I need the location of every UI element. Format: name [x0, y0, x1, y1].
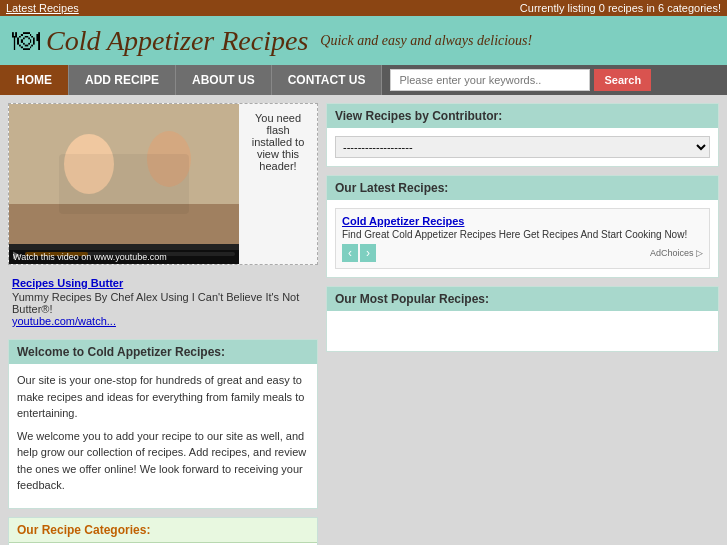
- site-header: 🍽 Cold Appetizer Recipes Quick and easy …: [0, 16, 727, 65]
- ad-title[interactable]: Cold Appetizer Recipes: [342, 215, 703, 227]
- contributor-select[interactable]: -------------------: [335, 136, 710, 158]
- nav-item-home[interactable]: HOME: [0, 65, 69, 95]
- video-info: Recipes Using Butter Yummy Recipes By Ch…: [8, 273, 318, 331]
- latest-recipes-body: Cold Appetizer Recipes Find Great Cold A…: [327, 200, 718, 277]
- search-bar: Search: [390, 69, 651, 91]
- status-text: Currently listing 0 recipes in 6 categor…: [520, 2, 721, 14]
- welcome-para1: Our site is your one-stop for hundreds o…: [17, 372, 309, 422]
- search-button[interactable]: Search: [594, 69, 651, 91]
- welcome-title: Welcome to Cold Appetizer Recipes:: [17, 345, 225, 359]
- categories-header: Our Recipe Categories:: [9, 518, 317, 543]
- ad-nav-buttons: ‹ ›: [342, 244, 376, 262]
- welcome-header: Welcome to Cold Appetizer Recipes:: [9, 340, 317, 364]
- video-box: Watch this video on www.youtube.com ▶ Yo…: [8, 103, 318, 265]
- welcome-para2: We welcome you to add your recipe to our…: [17, 428, 309, 494]
- video-thumbnail: Watch this video on www.youtube.com ▶: [9, 104, 239, 264]
- contributor-body: -------------------: [327, 128, 718, 166]
- video-image: [9, 104, 239, 244]
- site-logo: 🍽 Cold Appetizer Recipes Quick and easy …: [12, 24, 532, 57]
- nav-item-add-recipe[interactable]: ADD RECIPE: [69, 65, 176, 95]
- main-nav: HOME ADD RECIPE ABOUT US CONTACT US Sear…: [0, 65, 727, 95]
- video-overlay-text: Watch this video on www.youtube.com: [9, 250, 239, 264]
- site-tagline: Quick and easy and always delicious!: [320, 33, 532, 49]
- nav-item-about-us[interactable]: ABOUT US: [176, 65, 272, 95]
- ad-choices[interactable]: AdChoices ▷: [650, 248, 703, 258]
- site-title: Cold Appetizer Recipes: [46, 25, 308, 57]
- video-link[interactable]: youtube.com/watch...: [12, 315, 314, 327]
- main-content: Watch this video on www.youtube.com ▶ Yo…: [0, 95, 727, 545]
- ad-box: Cold Appetizer Recipes Find Great Cold A…: [335, 208, 710, 269]
- popular-recipes-box: Our Most Popular Recipes:: [326, 286, 719, 352]
- contributor-header: View Recipes by Contributor:: [327, 104, 718, 128]
- left-column: Watch this video on www.youtube.com ▶ Yo…: [8, 103, 318, 545]
- latest-recipes-header: Our Latest Recipes:: [327, 176, 718, 200]
- latest-recipes-box: Our Latest Recipes: Cold Appetizer Recip…: [326, 175, 719, 278]
- nav-item-contact-us[interactable]: CONTACT US: [272, 65, 383, 95]
- ad-prev-button[interactable]: ‹: [342, 244, 358, 262]
- svg-rect-5: [59, 154, 189, 214]
- popular-recipes-header: Our Most Popular Recipes:: [327, 287, 718, 311]
- ad-description: Find Great Cold Appetizer Recipes Here G…: [342, 229, 703, 240]
- ad-navigation: ‹ › AdChoices ▷: [342, 244, 703, 262]
- popular-recipes-body: [327, 311, 718, 351]
- video-description: Yummy Recipes By Chef Alex Using I Can't…: [12, 291, 314, 315]
- search-input[interactable]: [390, 69, 590, 91]
- welcome-box: Welcome to Cold Appetizer Recipes: Our s…: [8, 339, 318, 509]
- right-column: View Recipes by Contributor: -----------…: [326, 103, 719, 545]
- top-bar: Latest Recipes Currently listing 0 recip…: [0, 0, 727, 16]
- welcome-body: Our site is your one-stop for hundreds o…: [9, 364, 317, 508]
- latest-recipes-link[interactable]: Latest Recipes: [6, 2, 79, 14]
- contributor-box: View Recipes by Contributor: -----------…: [326, 103, 719, 167]
- flash-notice: You need flash installed to view this he…: [239, 104, 317, 264]
- ad-next-button[interactable]: ›: [360, 244, 376, 262]
- categories-box: Our Recipe Categories: 📁 Appetizers Kids…: [8, 517, 318, 546]
- video-title[interactable]: Recipes Using Butter: [12, 277, 314, 289]
- categories-title: Our Recipe Categories:: [17, 523, 150, 537]
- logo-icon: 🍽: [12, 24, 40, 57]
